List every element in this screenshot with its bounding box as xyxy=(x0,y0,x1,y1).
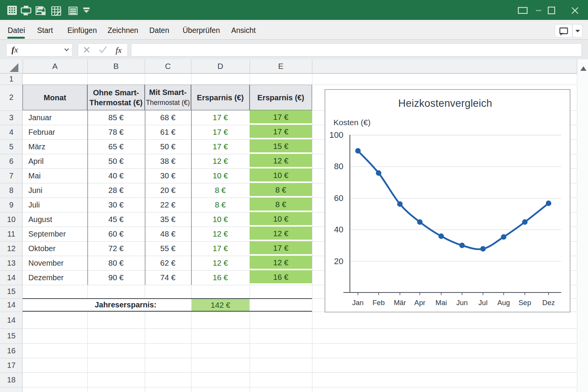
svg-text:Kosten (€): Kosten (€) xyxy=(333,118,371,127)
svg-text:80: 80 xyxy=(334,162,343,171)
svg-text:Jan: Jan xyxy=(352,299,364,307)
svg-text:40: 40 xyxy=(334,225,343,234)
svg-text:Mär: Mär xyxy=(394,299,406,307)
svg-text:Mai: Mai xyxy=(436,299,447,307)
svg-text:Aug: Aug xyxy=(497,299,510,307)
svg-text:Jul: Jul xyxy=(479,299,488,307)
svg-text:Sep: Sep xyxy=(519,299,531,307)
svg-text:fx: fx xyxy=(116,45,122,55)
svg-text:Feb: Feb xyxy=(372,299,385,307)
svg-text:60: 60 xyxy=(334,193,343,203)
svg-text:Dez: Dez xyxy=(542,299,555,307)
svg-text:20: 20 xyxy=(334,256,343,266)
svg-text:Heizkostenvergleich: Heizkostenvergleich xyxy=(398,98,492,109)
svg-text:Apr: Apr xyxy=(414,299,425,307)
svg-text:Jun: Jun xyxy=(456,299,468,307)
svg-text:100: 100 xyxy=(329,130,343,140)
